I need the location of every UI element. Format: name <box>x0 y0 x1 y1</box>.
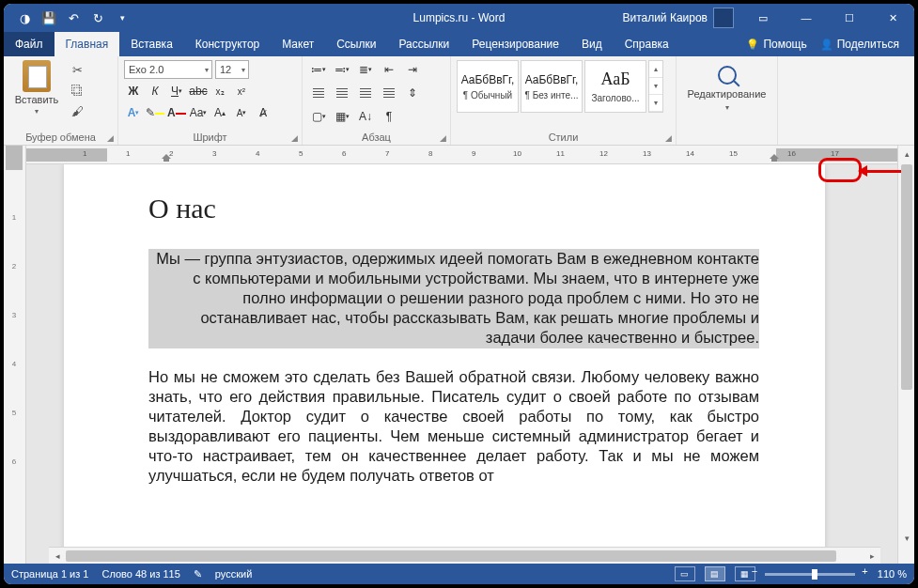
maximize-button[interactable]: ☐ <box>828 4 871 32</box>
style-heading1[interactable]: АаБ Заголово... <box>584 60 646 113</box>
bullets-button[interactable]: ≔▾ <box>308 60 329 79</box>
close-button[interactable]: ✕ <box>871 4 914 32</box>
tab-insert[interactable]: Вставка <box>119 32 184 56</box>
minimize-button[interactable]: — <box>785 4 828 32</box>
zoom-slider[interactable] <box>765 573 855 576</box>
font-name-combo[interactable]: Exo 2.0 <box>124 60 212 79</box>
styles-gallery-scroll[interactable]: ▴ ▾ ▾ <box>648 60 663 113</box>
tab-mailings[interactable]: Рассылки <box>387 32 460 56</box>
title-bar: ◑ 💾 ↶ ↻ ▾ Lumpics.ru - Word Виталий Каир… <box>4 4 914 32</box>
status-page[interactable]: Страница 1 из 1 <box>11 568 88 580</box>
numbering-button[interactable]: ≕▾ <box>332 60 352 79</box>
user-account[interactable]: Виталий Каиров <box>622 8 734 28</box>
vscroll-down-icon[interactable]: ▾ <box>898 530 915 547</box>
show-marks-button[interactable]: ¶ <box>379 107 399 126</box>
share-button[interactable]: Поделиться <box>820 38 899 51</box>
view-read-mode[interactable]: ▭ <box>675 566 695 581</box>
tab-references[interactable]: Ссылки <box>325 32 387 56</box>
status-word-count[interactable]: Слово 48 из 115 <box>101 568 179 580</box>
styles-launcher-icon[interactable]: ◢ <box>665 133 672 143</box>
group-paragraph-label: Абзац <box>362 132 391 143</box>
tell-me-button[interactable]: Помощь <box>746 38 806 51</box>
paragraph-2[interactable]: Но мы не сможем это сделать без Вашей об… <box>148 367 759 487</box>
zoom-level[interactable]: 110 % <box>878 568 907 580</box>
superscript-button[interactable]: x² <box>232 82 251 101</box>
tab-help[interactable]: Справка <box>614 32 680 56</box>
style-normal[interactable]: АаБбВвГг, ¶ Обычный <box>457 60 519 113</box>
shrink-font-button[interactable]: A▾ <box>232 103 251 122</box>
sort-button[interactable]: A↓ <box>355 107 376 126</box>
borders-button[interactable]: ▦▾ <box>332 107 352 126</box>
strikethrough-button[interactable]: abc <box>189 82 208 101</box>
text-effects-button[interactable]: A▾ <box>124 103 143 122</box>
hscroll-right-icon[interactable]: ▸ <box>864 548 880 565</box>
ribbon-options-button[interactable]: ▭ <box>741 4 785 32</box>
group-editing: Редактирование ▾ <box>677 56 778 145</box>
clipboard-launcher-icon[interactable]: ◢ <box>107 133 114 143</box>
vertical-scrollbar[interactable]: ▴ ▾ <box>897 146 914 564</box>
view-print-layout[interactable]: ▤ <box>705 566 725 581</box>
qat-customize-icon[interactable]: ▾ <box>111 7 133 29</box>
copy-icon[interactable]: ⿻ <box>68 83 86 98</box>
horizontal-scrollbar[interactable]: ◂ ▸ <box>49 547 880 564</box>
tab-file[interactable]: Файл <box>4 32 54 56</box>
tab-design[interactable]: Конструктор <box>184 32 271 56</box>
font-color-button[interactable]: A <box>167 103 186 122</box>
gallery-up-icon[interactable]: ▴ <box>649 61 662 78</box>
redo-icon[interactable]: ↻ <box>86 7 109 29</box>
paragraph-launcher-icon[interactable]: ◢ <box>440 133 446 143</box>
autosave-icon[interactable]: ◑ <box>13 7 36 29</box>
vertical-ruler[interactable]: 1 2 3 4 5 6 <box>4 146 26 564</box>
font-size-combo[interactable]: 12 <box>215 60 249 79</box>
italic-button[interactable]: К <box>146 82 164 101</box>
align-left-button[interactable] <box>308 84 329 102</box>
clear-format-button[interactable]: A̷ <box>254 103 272 122</box>
status-proofing-icon[interactable]: ✎ <box>194 568 202 580</box>
document-area[interactable]: О нас Мы — группа энтузиастов, одержимых… <box>26 164 897 564</box>
tab-layout[interactable]: Макет <box>271 32 325 56</box>
multilevel-button[interactable]: ≣▾ <box>355 60 376 79</box>
tab-review[interactable]: Рецензирование <box>460 32 570 56</box>
tab-view[interactable]: Вид <box>570 32 614 56</box>
undo-icon[interactable]: ↶ <box>62 7 85 29</box>
paste-button[interactable]: Вставить ▾ <box>9 60 64 116</box>
shading-button[interactable]: ▢▾ <box>308 107 329 126</box>
window-title: Lumpics.ru - Word <box>413 11 506 24</box>
editing-dropdown-button[interactable]: Редактирование ▾ <box>682 60 771 112</box>
status-language[interactable]: русский <box>215 568 252 580</box>
grow-font-button[interactable]: A▴ <box>210 103 229 122</box>
heading-about-us[interactable]: О нас <box>148 193 759 224</box>
font-launcher-icon[interactable]: ◢ <box>291 133 298 143</box>
horizontal-ruler[interactable]: 1 1 2 3 4 5 6 7 8 9 10 11 12 13 14 15 16… <box>26 146 897 164</box>
vscroll-up-icon[interactable]: ▴ <box>898 146 915 162</box>
bold-button[interactable]: Ж <box>124 82 143 101</box>
style-no-spacing[interactable]: АаБбВвГг, ¶ Без инте... <box>521 60 583 113</box>
underline-button[interactable]: Ч▾ <box>167 82 186 101</box>
hscroll-left-icon[interactable]: ◂ <box>49 548 66 565</box>
paragraph-1-selected[interactable]: Мы — группа энтузиастов, одержимых идеей… <box>148 249 759 348</box>
ribbon: Вставить ▾ ✂ ⿻ 🖌 Буфер обмена◢ Exo 2.0 1… <box>4 56 914 146</box>
format-painter-icon[interactable]: 🖌 <box>68 103 86 118</box>
group-font: Exo 2.0 12 Ж К Ч▾ abc x₂ x² A▾ ✎ A Aa▾ A… <box>118 56 303 145</box>
quick-access-toolbar: ◑ 💾 ↶ ↻ ▾ <box>4 7 133 29</box>
line-spacing-button[interactable]: ⇕ <box>402 84 423 102</box>
tab-home[interactable]: Главная <box>54 32 120 56</box>
vscroll-thumb[interactable] <box>901 164 912 390</box>
zoom-thumb[interactable] <box>812 569 817 580</box>
change-case-button[interactable]: Aa▾ <box>189 103 208 122</box>
increase-indent-button[interactable]: ⇥ <box>402 60 423 79</box>
subscript-button[interactable]: x₂ <box>210 82 229 101</box>
highlight-button[interactable]: ✎ <box>146 103 164 122</box>
right-indent-marker[interactable] <box>770 147 779 161</box>
align-right-button[interactable] <box>355 84 376 102</box>
gallery-more-icon[interactable]: ▾ <box>649 95 662 112</box>
hscroll-thumb[interactable] <box>66 550 836 562</box>
gallery-down-icon[interactable]: ▾ <box>649 78 662 95</box>
group-clipboard-label: Буфер обмена <box>25 132 96 143</box>
save-icon[interactable]: 💾 <box>38 7 60 29</box>
cut-icon[interactable]: ✂ <box>68 62 86 77</box>
user-name: Виталий Каиров <box>622 11 708 24</box>
decrease-indent-button[interactable]: ⇤ <box>379 60 399 79</box>
align-center-button[interactable] <box>332 84 352 102</box>
justify-button[interactable] <box>379 84 399 102</box>
